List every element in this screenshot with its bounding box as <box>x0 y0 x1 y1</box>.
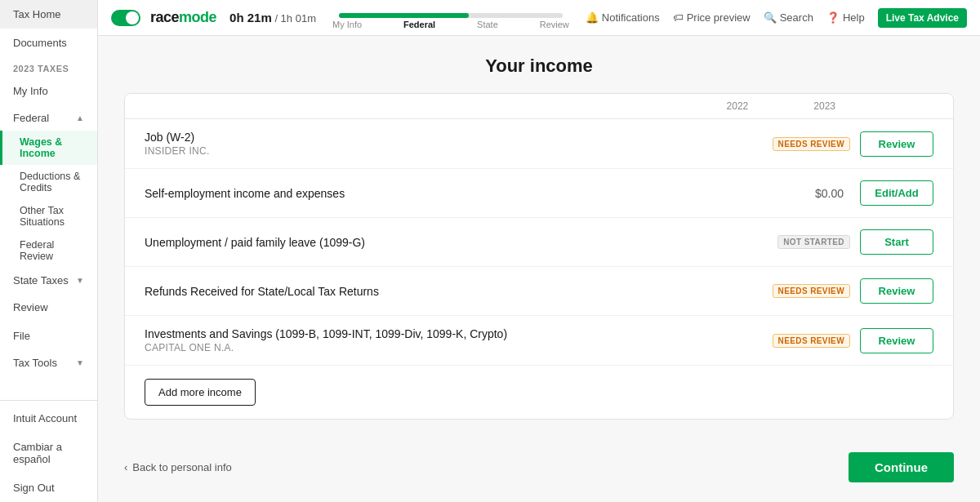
sidebar-item-documents[interactable]: Documents <box>0 29 97 57</box>
sidebar-item-label: Tax Home <box>13 8 61 20</box>
row-title: Job (W-2) <box>145 131 773 144</box>
sidebar-bottom: Intuit Account Cambiar a español Sign Ou… <box>0 400 97 502</box>
toggle-switch[interactable] <box>111 10 140 26</box>
row-title: Unemployment / paid family leave (1099-G… <box>145 236 777 249</box>
row-title: Refunds Received for State/Local Tax Ret… <box>145 285 773 298</box>
chevron-left-icon: ‹ <box>124 461 127 473</box>
row-info: Investments and Savings (1099-B, 1099-IN… <box>145 327 773 353</box>
edit-add-button-self-employment[interactable]: Edit/Add <box>860 180 933 206</box>
row-subtitle: Insider Inc. <box>145 145 773 157</box>
continue-button[interactable]: Continue <box>849 452 954 482</box>
timer-suffix: / 1h 01m <box>274 12 316 24</box>
timer-display: 0h 21m / 1h 01m <box>229 11 316 24</box>
sidebar-item-tax-home[interactable]: Tax Home <box>0 0 97 29</box>
chevron-up-icon: ▲ <box>76 113 84 122</box>
sidebar-federal-header[interactable]: Federal ▲ <box>0 105 97 131</box>
sidebar-item-file[interactable]: File <box>0 322 97 350</box>
table-row: Unemployment / paid family leave (1099-G… <box>125 218 953 267</box>
sidebar-section-2023: 2023 TAXES <box>0 57 97 77</box>
sidebar-item-label: My Info <box>13 85 48 97</box>
back-label: Back to personal info <box>132 461 231 473</box>
sidebar-item-sign-out[interactable]: Sign Out <box>0 473 97 502</box>
help-button[interactable]: ❓ Help <box>826 11 865 24</box>
sidebar-sub-label: Other Tax Situations <box>20 205 65 228</box>
table-row: Refunds Received for State/Local Tax Ret… <box>125 267 953 316</box>
sidebar-tax-tools-label: Tax Tools <box>13 357 57 369</box>
nav-label-review: Review <box>540 20 569 29</box>
sidebar-item-label: Review <box>13 301 48 313</box>
add-income-button[interactable]: Add more income <box>145 379 256 406</box>
row-title: Investments and Savings (1099-B, 1099-IN… <box>145 327 773 340</box>
row-info: Job (W-2) Insider Inc. <box>145 131 773 157</box>
price-preview-label: Price preview <box>687 11 751 24</box>
sidebar-state-label: State Taxes <box>13 274 69 287</box>
live-advice-button[interactable]: Live Tax Advice <box>878 8 967 28</box>
sidebar-item-wages-income[interactable]: Wages & Income <box>0 131 97 165</box>
chevron-down-icon: ▼ <box>76 276 84 285</box>
nav-label-federal: Federal <box>403 20 435 29</box>
help-label: Help <box>843 11 865 24</box>
progress-fill <box>339 13 469 18</box>
needs-review-badge-investments: NEEDS REVIEW <box>773 334 850 348</box>
row-title: Self-employment income and expenses <box>145 187 778 200</box>
search-label: Search <box>780 11 813 24</box>
search-button[interactable]: 🔍 Search <box>764 11 813 24</box>
review-button-investments[interactable]: Review <box>860 328 933 353</box>
row-amount: $0.00 <box>778 187 844 200</box>
sidebar-item-review[interactable]: Review <box>0 293 97 322</box>
sidebar-item-my-info[interactable]: My Info <box>0 77 97 105</box>
add-income-row: Add more income <box>125 366 953 419</box>
income-card: 2022 2023 Job (W-2) Insider Inc. NEEDS R… <box>124 93 954 420</box>
timer-value: 0h 21m <box>229 11 272 24</box>
sidebar-item-deductions-credits[interactable]: Deductions & Credits <box>0 165 97 199</box>
help-icon: ❓ <box>826 11 840 24</box>
sidebar-state-taxes-header[interactable]: State Taxes ▼ <box>0 268 97 293</box>
sidebar-item-intuit-account[interactable]: Intuit Account <box>0 404 97 433</box>
sidebar: Tax Home Documents 2023 TAXES My Info Fe… <box>0 0 98 502</box>
income-table-header: 2022 2023 <box>125 94 953 119</box>
sidebar-sub-label: Federal Review <box>20 239 54 262</box>
sidebar-federal-label: Federal <box>13 112 49 124</box>
sidebar-item-other-tax-situations[interactable]: Other Tax Situations <box>0 199 97 233</box>
sidebar-tax-tools-header[interactable]: Tax Tools ▼ <box>0 350 97 375</box>
logo: racemode <box>150 9 216 26</box>
sidebar-sub-label: Wages & Income <box>20 136 62 159</box>
review-button-job[interactable]: Review <box>860 131 933 157</box>
row-info: Refunds Received for State/Local Tax Ret… <box>145 285 773 298</box>
start-button-unemployment[interactable]: Start <box>860 229 933 255</box>
bell-icon: 🔔 <box>586 11 599 24</box>
notifications-button[interactable]: 🔔 Notifications <box>586 11 660 24</box>
notifications-label: Notifications <box>602 11 660 24</box>
topnav-right: 🔔 Notifications 🏷 Price preview 🔍 Search… <box>586 8 967 28</box>
content-area: Your income 2022 2023 Job (W-2) Insider … <box>98 36 980 502</box>
content-footer: ‹ Back to personal info Continue <box>124 439 954 482</box>
row-info: Unemployment / paid family leave (1099-G… <box>145 236 777 249</box>
table-row: Job (W-2) Insider Inc. NEEDS REVIEW Revi… <box>125 119 953 169</box>
topnav: racemode 0h 21m / 1h 01m My Info Federal… <box>98 0 980 36</box>
sidebar-item-cambiar-espanol[interactable]: Cambiar a español <box>0 433 97 473</box>
nav-label-state: State <box>477 20 498 29</box>
sidebar-item-federal-review[interactable]: Federal Review <box>0 233 97 268</box>
main-area: racemode 0h 21m / 1h 01m My Info Federal… <box>98 0 980 502</box>
row-subtitle: CAPITAL ONE N.A. <box>145 342 773 353</box>
sidebar-item-label: Cambiar a español <box>13 441 84 465</box>
search-icon: 🔍 <box>764 11 777 24</box>
back-link[interactable]: ‹ Back to personal info <box>124 461 232 473</box>
needs-review-badge: NEEDS REVIEW <box>773 137 850 151</box>
sidebar-item-label: Intuit Account <box>13 412 77 424</box>
year-2023-header: 2023 <box>813 100 835 112</box>
table-row: Self-employment income and expenses $0.0… <box>125 169 953 218</box>
not-started-badge: NOT STARTED <box>777 235 850 249</box>
tag-icon: 🏷 <box>673 11 684 24</box>
review-button-refunds[interactable]: Review <box>860 278 933 304</box>
sidebar-sub-label: Deductions & Credits <box>20 171 80 193</box>
chevron-down-icon-2: ▼ <box>76 358 84 367</box>
needs-review-badge-refunds: NEEDS REVIEW <box>773 284 850 298</box>
year-2022-header: 2022 <box>727 100 749 112</box>
sidebar-item-label: Documents <box>13 37 67 49</box>
row-info: Self-employment income and expenses <box>145 187 778 200</box>
sidebar-item-label: File <box>13 330 30 342</box>
price-preview-button[interactable]: 🏷 Price preview <box>673 11 751 24</box>
nav-label-myinfo: My Info <box>332 20 362 29</box>
progress-bar <box>339 13 563 18</box>
